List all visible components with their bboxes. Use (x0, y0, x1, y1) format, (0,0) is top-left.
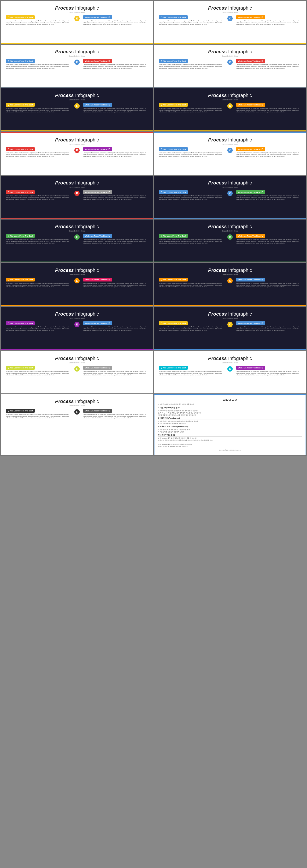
col-left-18: ◇ We Learn From The Best Lorem ipsum dol… (159, 366, 224, 376)
col-center-11: E (73, 234, 80, 240)
korean-body: 이 파일은 그래픽 리버에서 판매 중인 상업적 제품입니다 1. 파일(Tem… (158, 403, 302, 451)
col-left-15: ◇ We Learn From The Best Lorem ipsum dol… (6, 321, 71, 332)
badge-1-3: ◇ We Learn From The Best (6, 59, 35, 63)
slide-title-5: Process Infographic (6, 93, 148, 98)
wifi-icon: ⊡ (108, 278, 110, 281)
title-infographic: Infographic (74, 93, 99, 98)
badge-text-2: We Learn From The Best (85, 367, 107, 369)
slide-subtitle-13: Great Subtitle Here (6, 274, 148, 276)
slide-6: Process Infographic Great Subtitle Here … (154, 88, 306, 131)
title-infographic: Infographic (74, 311, 99, 316)
slide-title-14: Process Infographic (159, 268, 301, 273)
diamond-icon: ◇ (161, 322, 162, 324)
slide-subtitle-8: Great Subtitle Here (159, 143, 301, 145)
title-infographic: Infographic (74, 356, 99, 361)
slide-subtitle-11: Great Subtitle Here (6, 230, 148, 232)
diamond-icon: ◇ (8, 409, 9, 412)
badge-2-17: We Learn From The Best ⊡ (83, 366, 112, 370)
title-process: Process (55, 49, 74, 54)
body-text-right-19: Lorem ipsum dolor sit amet, consectetur … (83, 413, 148, 419)
slide-title-10: Process Infographic (159, 180, 301, 186)
slide-subtitle-6: Great Subtitle Here (159, 99, 301, 101)
body-text-right-10: Lorem ipsum dolor sit amet, consectetur … (236, 195, 301, 200)
diamond-icon: ◇ (161, 235, 162, 237)
body-text-left-16: Lorem ipsum dolor sit amet, consectetur … (159, 326, 224, 332)
badge-text-1: We Learn From The Best (10, 410, 33, 412)
col-left-9: ◇ We Learn From The Best Lorem ipsum dol… (6, 190, 71, 200)
korean-section-1-title: 1. 파일(Templates) 사용 범위: (158, 407, 302, 409)
title-process: Process (208, 49, 227, 54)
badge-2-16: We Learn From The Best ⊡ (236, 321, 265, 325)
content-row-6: ◇ We Learn From The Best Lorem ipsum dol… (159, 103, 301, 113)
col-center-15: E (73, 321, 80, 327)
col-right-6: We Learn From The Best ⊡ Lorem ipsum dol… (236, 103, 301, 113)
badge-2-10: We Learn From The Best ⊡ (236, 190, 265, 194)
korean-section-intro: 이 파일은 그래픽 리버에서 판매 중인 상업적 제품입니다 (158, 403, 302, 406)
body-text-right-3: Lorem ipsum dolor sit amet, consectetur … (83, 64, 148, 69)
badge-2-2: We Learn From The Best ⊡ (236, 16, 265, 19)
body-text-right-8: Lorem ipsum dolor sit amet, consectetur … (236, 152, 301, 158)
slide-korean: 저작권 공고 이 파일은 그래픽 리버에서 판매 중인 상업적 제품입니다 1.… (154, 394, 306, 455)
content-row-15: ◇ We Learn From The Best Lorem ipsum dol… (6, 321, 148, 332)
badge-text-1: We Learn From The Best (10, 148, 33, 150)
slide-7: Process Infographic Great Subtitle Here … (1, 132, 153, 175)
slide-subtitle-19: Great Subtitle Here (6, 405, 148, 407)
badge-2-6: We Learn From The Best ⊡ (236, 103, 265, 106)
slide-18: Process Infographic Great Subtitle Here … (154, 351, 306, 394)
slide-title-13: Process Infographic (6, 268, 148, 273)
body-text-left-13: Lorem ipsum dolor sit amet, consectetur … (6, 282, 71, 288)
diamond-icon: ◇ (8, 148, 9, 150)
letter-icon-5: E (74, 103, 80, 108)
slide-title-1: Process Infographic (6, 5, 148, 11)
slide-title-18: Process Infographic (159, 356, 301, 361)
col-right-5: We Learn From The Best ⊡ Lorem ipsum dol… (83, 103, 148, 113)
badge-1-17: ◇ We Learn From The Best (6, 366, 35, 370)
badge-text-2: We Learn From The Best (85, 191, 107, 193)
body-text-right-9: Lorem ipsum dolor sit amet, consectetur … (83, 195, 148, 200)
letter-icon-7: E (74, 148, 80, 153)
title-infographic: Infographic (74, 399, 99, 404)
title-infographic: Infographic (227, 137, 252, 143)
slide-3: Process Infographic Great Subtitle Here … (1, 45, 153, 87)
body-text-right-7: Lorem ipsum dolor sit amet, consectetur … (83, 152, 148, 158)
diamond-icon: ◇ (8, 322, 9, 324)
body-text-left-18: Lorem ipsum dolor sit amet, consectetur … (159, 371, 224, 376)
title-infographic: Infographic (74, 137, 99, 143)
col-right-15: We Learn From The Best ⊡ Lorem ipsum dol… (83, 321, 148, 332)
badge-2-14: We Learn From The Best ⊡ (236, 278, 265, 281)
badge-text-2: We Learn From The Best (85, 279, 107, 281)
slide-subtitle-12: Great Subtitle Here (159, 230, 301, 232)
col-center-10: C (227, 190, 234, 196)
content-row-19: ◇ We Learn From The Best Lorem ipsum dol… (6, 409, 148, 419)
title-infographic: Infographic (227, 180, 252, 185)
content-row-1: ◇ We Learn From The Best Lorem ipsum dol… (6, 16, 148, 26)
badge-text-2: We Learn From The Best (238, 235, 261, 237)
badge-text-1: We Learn From The Best (163, 235, 186, 237)
wifi-icon: ⊡ (262, 235, 263, 237)
badge-text-2: We Learn From The Best (238, 60, 261, 62)
title-process: Process (55, 180, 74, 185)
slide-subtitle-3: Great Subtitle Here (6, 55, 148, 57)
col-right-9: We Learn From The Best ⊡ Lorem ipsum dol… (83, 190, 148, 200)
body-text-right-16: Lorem ipsum dolor sit amet, consectetur … (236, 326, 301, 332)
badge-text-2: We Learn From The Best (85, 60, 107, 62)
badge-2-7: We Learn From The Best ⊡ (83, 147, 112, 151)
letter-icon-1: E (74, 16, 80, 21)
col-right-2: We Learn From The Best ⊡ Lorem ipsum dol… (236, 16, 301, 26)
badge-text-1: We Learn From The Best (163, 148, 186, 150)
content-row-13: ◇ We Learn From The Best Lorem ipsum dol… (6, 278, 148, 288)
title-process: Process (208, 268, 227, 273)
badge-1-2: ◇ We Learn From The Best (159, 16, 188, 19)
badge-text-2: We Learn From The Best (238, 148, 261, 150)
title-infographic: Infographic (227, 5, 252, 10)
badge-2-15: We Learn From The Best ⊡ (83, 321, 112, 325)
title-process: Process (55, 311, 74, 316)
badge-2-9: We Learn From The Best ⊡ (83, 190, 112, 194)
badge-2-12: We Learn From The Best ⊡ (236, 234, 265, 238)
title-infographic: Infographic (227, 268, 252, 273)
slide-subtitle-2: Great Subtitle Here (159, 11, 301, 13)
diamond-icon: ◇ (8, 60, 9, 62)
col-right-16: We Learn From The Best ⊡ Lorem ipsum dol… (236, 321, 301, 332)
slide-title-4: Process Infographic (159, 49, 301, 55)
wifi-icon: ⊡ (108, 322, 110, 324)
